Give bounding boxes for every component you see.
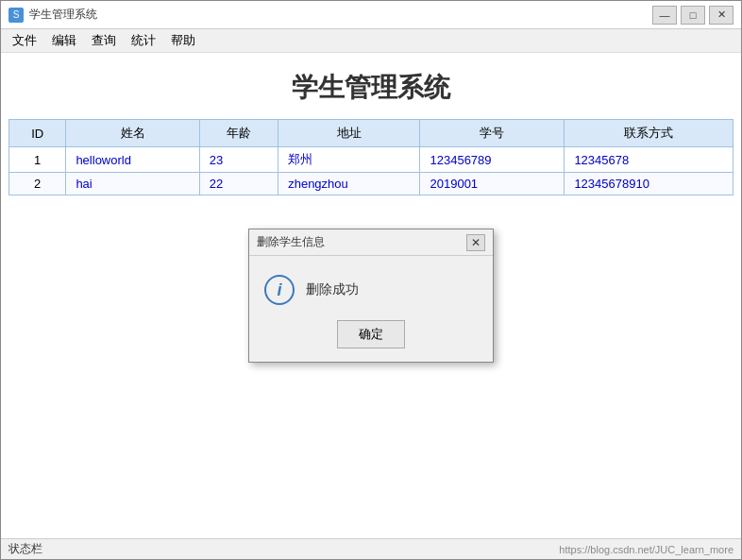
dialog-message: 删除成功 [306,281,359,298]
menu-item-文件[interactable]: 文件 [5,29,44,52]
menu-item-查询[interactable]: 查询 [84,29,124,52]
maximize-button[interactable]: □ [681,6,705,25]
dialog-title-bar: 删除学生信息 ✕ [249,229,493,256]
window-icon: S [8,8,24,23]
status-url: https://blog.csdn.net/JUC_learn_more [559,544,734,555]
title-bar: S 学生管理系统 — □ ✕ [1,1,741,29]
main-content: 学生管理系统 ID姓名年龄地址学号联系方式 1helloworld23郑州123… [1,53,741,538]
menu-item-编辑[interactable]: 编辑 [44,29,84,52]
dialog-body: i 删除成功 确定 [249,256,493,362]
menu-item-统计[interactable]: 统计 [124,29,163,52]
menu-item-帮助[interactable]: 帮助 [163,29,203,52]
status-text: 状态栏 [8,541,42,557]
dialog-ok-button[interactable]: 确定 [337,320,405,348]
info-icon: i [264,275,295,305]
dialog-overlay: 删除学生信息 ✕ i 删除成功 确定 [1,53,741,538]
status-bar: 状态栏 https://blog.csdn.net/JUC_learn_more [1,538,741,559]
window-title: 学生管理系统 [29,7,97,23]
dialog-message-row: i 删除成功 [264,275,478,305]
dialog-close-button[interactable]: ✕ [466,234,485,251]
main-window: S 学生管理系统 — □ ✕ 文件编辑查询统计帮助 学生管理系统 ID姓名年龄地… [0,0,742,560]
dialog-title: 删除学生信息 [257,234,325,250]
close-button[interactable]: ✕ [709,6,734,25]
minimize-button[interactable]: — [652,6,677,25]
title-controls: — □ ✕ [652,6,734,25]
menu-bar: 文件编辑查询统计帮助 [1,29,741,53]
dialog-box: 删除学生信息 ✕ i 删除成功 确定 [248,229,494,363]
title-bar-left: S 学生管理系统 [8,7,97,23]
